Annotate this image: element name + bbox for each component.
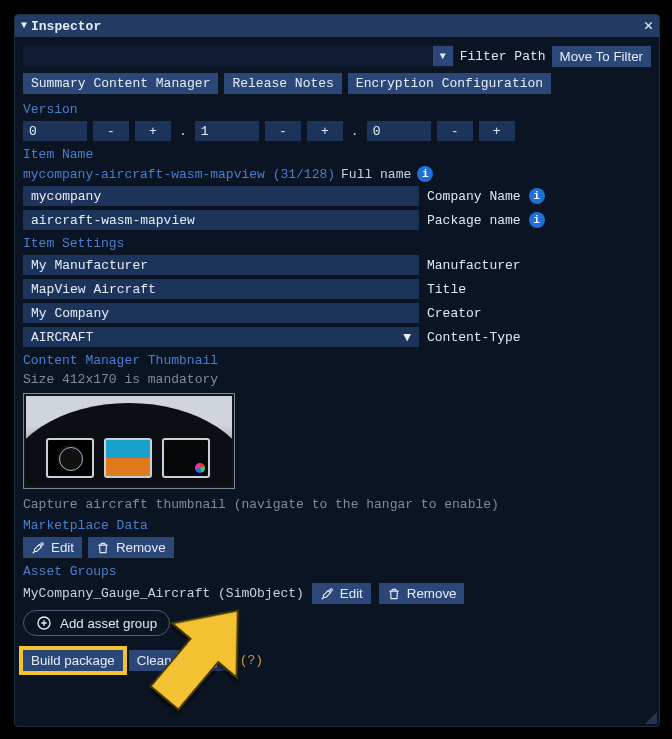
version-patch-plus[interactable]: +	[479, 121, 515, 141]
remove-label: Remove	[407, 586, 457, 601]
asset-edit-button[interactable]: Edit	[312, 583, 371, 604]
chevron-down-icon: ▼	[403, 330, 411, 345]
item-name-fullname-label: Full name	[341, 167, 411, 182]
thumbnail-capture-hint: Capture aircraft thumbnail (navigate to …	[23, 497, 651, 512]
thumbnail-preview[interactable]	[23, 393, 235, 489]
version-label: Version	[23, 102, 651, 117]
footer-actions: Build package Clean package (?)	[23, 650, 651, 671]
company-name-row: mycompany Company Name i	[23, 186, 651, 206]
asset-group-row: MyCompany_Gauge_Aircraft (SimObject) Edi…	[23, 583, 651, 604]
tab-release-notes[interactable]: Release Notes	[224, 73, 341, 94]
version-row: 0 - + . 1 - + . 0 - +	[23, 121, 651, 141]
title-label: Title	[427, 282, 466, 297]
content-type-value: AIRCRAFT	[31, 330, 93, 345]
clean-package-button[interactable]: Clean package	[129, 650, 234, 671]
svg-point-0	[41, 542, 43, 544]
resize-grip-icon[interactable]	[645, 712, 657, 724]
panel-content: ▼ Filter Path Move To Filter Summary Con…	[15, 37, 659, 687]
filter-path-label: Filter Path	[460, 49, 546, 64]
version-major-plus[interactable]: +	[135, 121, 171, 141]
content-type-label: Content-Type	[427, 330, 521, 345]
wrench-icon	[31, 541, 45, 555]
content-type-select[interactable]: AIRCRAFT ▼	[23, 327, 419, 347]
wrench-icon	[320, 587, 334, 601]
svg-point-1	[330, 588, 332, 590]
thumbnail-size-hint: Size 412x170 is mandatory	[23, 372, 651, 387]
version-minor-plus[interactable]: +	[307, 121, 343, 141]
creator-label: Creator	[427, 306, 482, 321]
item-settings-label: Item Settings	[23, 236, 651, 251]
trash-icon	[387, 587, 401, 601]
asset-groups-label: Asset Groups	[23, 564, 651, 579]
creator-input[interactable]: My Company	[23, 303, 419, 323]
remove-label: Remove	[116, 540, 166, 555]
manufacturer-input[interactable]: My Manufacturer	[23, 255, 419, 275]
help-link[interactable]: (?)	[240, 653, 263, 668]
version-major-minus[interactable]: -	[93, 121, 129, 141]
item-name-label: Item Name	[23, 147, 651, 162]
manufacturer-label: Manufacturer	[427, 258, 521, 273]
edit-label: Edit	[340, 586, 363, 601]
version-minor-input[interactable]: 1	[195, 121, 259, 141]
package-name-row: aircraft-wasm-mapview Package name i	[23, 210, 651, 230]
add-asset-group-button[interactable]: Add asset group	[23, 610, 170, 636]
filter-dropdown-icon[interactable]: ▼	[433, 46, 453, 66]
marketplace-actions: Edit Remove	[23, 537, 651, 558]
marketplace-edit-button[interactable]: Edit	[23, 537, 82, 558]
marketplace-label: Marketplace Data	[23, 518, 651, 533]
move-to-filter-button[interactable]: Move To Filter	[552, 46, 651, 67]
plus-circle-icon	[36, 615, 52, 631]
item-name-slug-row: mycompany-aircraft-wasm-mapview (31/128)…	[23, 166, 651, 182]
edit-label: Edit	[51, 540, 74, 555]
thumbnail-image	[26, 396, 232, 486]
version-patch-minus[interactable]: -	[437, 121, 473, 141]
tab-encryption[interactable]: Encryption Configuration	[348, 73, 551, 94]
version-dot: .	[349, 124, 361, 139]
filter-row: ▼ Filter Path Move To Filter	[23, 45, 651, 67]
title-row: MapView Aircraft Title	[23, 279, 651, 299]
creator-row: My Company Creator	[23, 303, 651, 323]
info-icon[interactable]: i	[529, 188, 545, 204]
manufacturer-row: My Manufacturer Manufacturer	[23, 255, 651, 275]
close-icon[interactable]: ✕	[644, 19, 653, 34]
window-title: Inspector	[31, 19, 101, 34]
version-minor-minus[interactable]: -	[265, 121, 301, 141]
version-patch-input[interactable]: 0	[367, 121, 431, 141]
filter-path-input[interactable]: ▼	[23, 45, 454, 67]
thumbnail-label: Content Manager Thumbnail	[23, 353, 651, 368]
item-name-slug: mycompany-aircraft-wasm-mapview (31/128)	[23, 167, 335, 182]
asset-remove-button[interactable]: Remove	[379, 583, 465, 604]
asset-group-name: MyCompany_Gauge_Aircraft (SimObject)	[23, 586, 304, 601]
package-name-label: Package name	[427, 213, 521, 228]
inspector-panel: ▼ Inspector ✕ ▼ Filter Path Move To Filt…	[14, 14, 660, 727]
collapse-triangle-icon[interactable]: ▼	[21, 21, 27, 31]
content-type-row: AIRCRAFT ▼ Content-Type	[23, 327, 651, 347]
info-icon[interactable]: i	[417, 166, 433, 182]
trash-icon	[96, 541, 110, 555]
build-package-button[interactable]: Build package	[23, 650, 123, 671]
tab-summary[interactable]: Summary Content Manager	[23, 73, 218, 94]
package-name-input[interactable]: aircraft-wasm-mapview	[23, 210, 419, 230]
version-major-input[interactable]: 0	[23, 121, 87, 141]
company-name-label: Company Name	[427, 189, 521, 204]
title-input[interactable]: MapView Aircraft	[23, 279, 419, 299]
version-dot: .	[177, 124, 189, 139]
marketplace-remove-button[interactable]: Remove	[88, 537, 174, 558]
tabs: Summary Content Manager Release Notes En…	[23, 73, 651, 94]
info-icon[interactable]: i	[529, 212, 545, 228]
titlebar: ▼ Inspector ✕	[15, 15, 659, 37]
company-name-input[interactable]: mycompany	[23, 186, 419, 206]
add-asset-label: Add asset group	[60, 616, 157, 631]
